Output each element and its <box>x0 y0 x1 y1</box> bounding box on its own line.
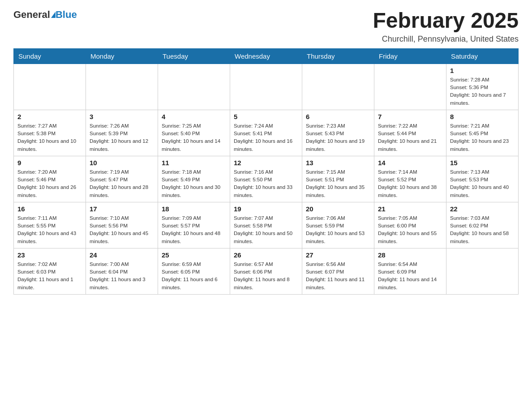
day-number: 1 <box>450 67 515 74</box>
day-number: 27 <box>306 251 370 259</box>
calendar-cell: 10Sunrise: 7:19 AM Sunset: 5:47 PM Dayli… <box>86 156 158 202</box>
week-row-3: 9Sunrise: 7:20 AM Sunset: 5:46 PM Daylig… <box>14 156 519 202</box>
day-info: Sunrise: 7:20 AM Sunset: 5:46 PM Dayligh… <box>17 168 82 199</box>
month-title: February 2025 <box>373 9 519 33</box>
weekday-header-wednesday: Wednesday <box>230 48 302 64</box>
calendar-cell <box>14 64 86 110</box>
day-info: Sunrise: 7:16 AM Sunset: 5:50 PM Dayligh… <box>234 168 298 199</box>
calendar-cell: 9Sunrise: 7:20 AM Sunset: 5:46 PM Daylig… <box>14 156 86 202</box>
calendar-cell: 27Sunrise: 6:56 AM Sunset: 6:07 PM Dayli… <box>302 248 374 294</box>
week-row-4: 16Sunrise: 7:11 AM Sunset: 5:55 PM Dayli… <box>14 202 519 248</box>
day-number: 12 <box>234 159 298 167</box>
calendar-cell: 26Sunrise: 6:57 AM Sunset: 6:06 PM Dayli… <box>230 248 302 294</box>
calendar-cell: 5Sunrise: 7:24 AM Sunset: 5:41 PM Daylig… <box>230 110 302 156</box>
calendar-header-row: SundayMondayTuesdayWednesdayThursdayFrid… <box>14 48 519 64</box>
week-row-1: 1Sunrise: 7:28 AM Sunset: 5:36 PM Daylig… <box>14 64 519 110</box>
calendar-cell: 4Sunrise: 7:25 AM Sunset: 5:40 PM Daylig… <box>158 110 230 156</box>
week-row-2: 2Sunrise: 7:27 AM Sunset: 5:38 PM Daylig… <box>14 110 519 156</box>
day-info: Sunrise: 7:14 AM Sunset: 5:52 PM Dayligh… <box>378 168 442 199</box>
calendar-table: SundayMondayTuesdayWednesdayThursdayFrid… <box>13 48 519 295</box>
calendar-cell: 23Sunrise: 7:02 AM Sunset: 6:03 PM Dayli… <box>14 248 86 294</box>
day-info: Sunrise: 7:00 AM Sunset: 6:04 PM Dayligh… <box>90 261 154 291</box>
day-info: Sunrise: 7:25 AM Sunset: 5:40 PM Dayligh… <box>162 122 226 153</box>
day-info: Sunrise: 7:07 AM Sunset: 5:58 PM Dayligh… <box>234 214 298 245</box>
day-number: 21 <box>378 205 442 213</box>
day-info: Sunrise: 7:24 AM Sunset: 5:41 PM Dayligh… <box>234 122 298 153</box>
calendar-cell: 22Sunrise: 7:03 AM Sunset: 6:02 PM Dayli… <box>446 202 519 248</box>
day-number: 25 <box>162 251 226 259</box>
calendar-cell: 14Sunrise: 7:14 AM Sunset: 5:52 PM Dayli… <box>374 156 446 202</box>
weekday-header-tuesday: Tuesday <box>158 48 230 64</box>
day-info: Sunrise: 6:57 AM Sunset: 6:06 PM Dayligh… <box>234 261 298 291</box>
day-info: Sunrise: 7:15 AM Sunset: 5:51 PM Dayligh… <box>306 168 370 199</box>
day-number: 14 <box>378 159 442 167</box>
calendar-cell: 13Sunrise: 7:15 AM Sunset: 5:51 PM Dayli… <box>302 156 374 202</box>
day-info: Sunrise: 7:11 AM Sunset: 5:55 PM Dayligh… <box>17 214 82 245</box>
calendar-cell: 28Sunrise: 6:54 AM Sunset: 6:09 PM Dayli… <box>374 248 446 294</box>
calendar-cell <box>158 64 230 110</box>
day-number: 23 <box>17 251 82 259</box>
calendar-cell: 3Sunrise: 7:26 AM Sunset: 5:39 PM Daylig… <box>86 110 158 156</box>
weekday-header-monday: Monday <box>86 48 158 64</box>
day-info: Sunrise: 7:19 AM Sunset: 5:47 PM Dayligh… <box>90 168 154 199</box>
calendar-cell: 12Sunrise: 7:16 AM Sunset: 5:50 PM Dayli… <box>230 156 302 202</box>
location: Churchill, Pennsylvania, United States <box>373 34 519 44</box>
day-info: Sunrise: 7:27 AM Sunset: 5:38 PM Dayligh… <box>17 122 82 153</box>
weekday-header-sunday: Sunday <box>14 48 86 64</box>
weekday-header-friday: Friday <box>374 48 446 64</box>
calendar-cell: 21Sunrise: 7:05 AM Sunset: 6:00 PM Dayli… <box>374 202 446 248</box>
calendar-cell <box>230 64 302 110</box>
day-number: 28 <box>378 251 442 259</box>
calendar-cell <box>86 64 158 110</box>
day-info: Sunrise: 7:03 AM Sunset: 6:02 PM Dayligh… <box>450 214 515 245</box>
day-number: 15 <box>450 159 515 167</box>
calendar-cell: 24Sunrise: 7:00 AM Sunset: 6:04 PM Dayli… <box>86 248 158 294</box>
day-number: 10 <box>90 159 154 167</box>
day-number: 18 <box>162 205 226 213</box>
day-number: 8 <box>450 113 515 120</box>
calendar-cell: 6Sunrise: 7:23 AM Sunset: 5:43 PM Daylig… <box>302 110 374 156</box>
page-header: General Blue February 2025 Churchill, Pe… <box>13 9 519 44</box>
day-number: 24 <box>90 251 154 259</box>
calendar-cell: 20Sunrise: 7:06 AM Sunset: 5:59 PM Dayli… <box>302 202 374 248</box>
day-number: 19 <box>234 205 298 213</box>
calendar-cell: 2Sunrise: 7:27 AM Sunset: 5:38 PM Daylig… <box>14 110 86 156</box>
week-row-5: 23Sunrise: 7:02 AM Sunset: 6:03 PM Dayli… <box>14 248 519 294</box>
day-info: Sunrise: 6:54 AM Sunset: 6:09 PM Dayligh… <box>378 261 442 291</box>
calendar-cell: 11Sunrise: 7:18 AM Sunset: 5:49 PM Dayli… <box>158 156 230 202</box>
calendar-cell: 16Sunrise: 7:11 AM Sunset: 5:55 PM Dayli… <box>14 202 86 248</box>
day-info: Sunrise: 6:59 AM Sunset: 6:05 PM Dayligh… <box>162 261 226 291</box>
day-number: 2 <box>17 113 82 120</box>
calendar-cell: 17Sunrise: 7:10 AM Sunset: 5:56 PM Dayli… <box>86 202 158 248</box>
calendar-cell: 18Sunrise: 7:09 AM Sunset: 5:57 PM Dayli… <box>158 202 230 248</box>
calendar-cell <box>374 64 446 110</box>
weekday-header-thursday: Thursday <box>302 48 374 64</box>
day-number: 7 <box>378 113 442 120</box>
logo-general: General <box>13 9 50 21</box>
day-info: Sunrise: 7:28 AM Sunset: 5:36 PM Dayligh… <box>450 76 515 107</box>
day-info: Sunrise: 7:06 AM Sunset: 5:59 PM Dayligh… <box>306 214 370 245</box>
calendar-cell: 15Sunrise: 7:13 AM Sunset: 5:53 PM Dayli… <box>446 156 519 202</box>
calendar-cell: 1Sunrise: 7:28 AM Sunset: 5:36 PM Daylig… <box>446 64 519 110</box>
day-number: 26 <box>234 251 298 259</box>
day-number: 22 <box>450 205 515 213</box>
logo-triangle-icon <box>51 12 56 18</box>
calendar-cell: 25Sunrise: 6:59 AM Sunset: 6:05 PM Dayli… <box>158 248 230 294</box>
day-number: 20 <box>306 205 370 213</box>
day-number: 13 <box>306 159 370 167</box>
logo-blue: Blue <box>56 9 77 21</box>
day-info: Sunrise: 7:22 AM Sunset: 5:44 PM Dayligh… <box>378 122 442 153</box>
day-info: Sunrise: 7:23 AM Sunset: 5:43 PM Dayligh… <box>306 122 370 153</box>
calendar-cell: 19Sunrise: 7:07 AM Sunset: 5:58 PM Dayli… <box>230 202 302 248</box>
day-info: Sunrise: 7:18 AM Sunset: 5:49 PM Dayligh… <box>162 168 226 199</box>
day-number: 16 <box>17 205 82 213</box>
day-number: 11 <box>162 159 226 167</box>
calendar-cell <box>446 248 519 294</box>
logo: General Blue <box>13 9 77 21</box>
day-number: 4 <box>162 113 226 120</box>
day-info: Sunrise: 7:21 AM Sunset: 5:45 PM Dayligh… <box>450 122 515 153</box>
calendar-cell: 8Sunrise: 7:21 AM Sunset: 5:45 PM Daylig… <box>446 110 519 156</box>
day-number: 3 <box>90 113 154 120</box>
day-info: Sunrise: 7:10 AM Sunset: 5:56 PM Dayligh… <box>90 214 154 245</box>
day-info: Sunrise: 6:56 AM Sunset: 6:07 PM Dayligh… <box>306 261 370 291</box>
